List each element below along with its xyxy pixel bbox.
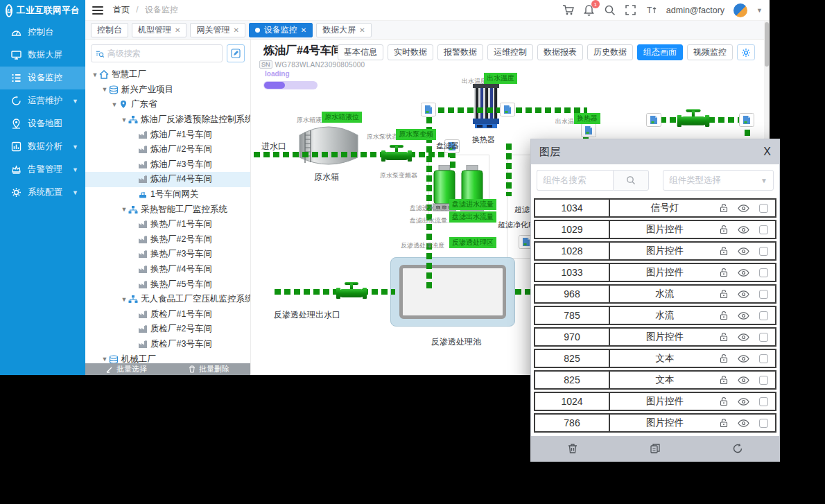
device-tab-组态画面[interactable]: 组态画面 [637, 44, 683, 60]
caret-icon[interactable]: ▼ [91, 71, 99, 78]
tree-item[interactable]: 换热厂#3号车间 [85, 247, 250, 262]
delete-icon[interactable] [566, 442, 579, 455]
sidebar-item-8[interactable]: 系统配置▼ [0, 181, 85, 204]
sidebar-item-2[interactable]: 数据大屏 [0, 44, 85, 67]
config-gear-button[interactable] [737, 44, 755, 60]
cart-icon[interactable] [562, 4, 574, 16]
refresh-icon[interactable] [731, 442, 744, 455]
lock-icon[interactable] [720, 354, 728, 363]
sidebar-item-7[interactable]: 告警管理▼ [0, 158, 85, 181]
tree-item[interactable]: 1号车间网关 [85, 187, 250, 202]
layer-checkbox[interactable] [759, 354, 768, 363]
tree-item[interactable]: ▼新兴产业项目 [85, 82, 250, 98]
tree-item[interactable]: 质检厂#1号车间 [85, 307, 250, 322]
tree-item[interactable]: 换热厂#4号车间 [85, 262, 250, 277]
tree-item[interactable]: 换热厂#5号车间 [85, 277, 250, 292]
layer-checkbox[interactable] [759, 376, 768, 385]
tree-search-input[interactable] [107, 49, 218, 58]
lock-icon[interactable] [720, 375, 728, 385]
layer-row[interactable]: 1034信号灯 [534, 198, 776, 218]
device-tab-历史数据[interactable]: 历史数据 [587, 44, 633, 60]
bell-icon[interactable]: 1 [583, 4, 595, 16]
tree-item[interactable]: 质检厂#2号车间 [85, 322, 250, 337]
layer-checkbox[interactable] [759, 419, 768, 428]
tab-2[interactable]: 机型管理✕ [132, 23, 186, 37]
caret-down-icon[interactable]: ▼ [756, 7, 763, 14]
eye-icon[interactable] [738, 355, 749, 363]
caret-icon[interactable]: ▼ [120, 116, 128, 123]
fullscreen-icon[interactable] [625, 4, 636, 16]
layer-row[interactable]: 825文本 [534, 349, 776, 368]
lock-icon[interactable] [720, 289, 728, 299]
eye-icon[interactable] [738, 419, 749, 427]
sidebar-item-1[interactable]: 控制台 [0, 21, 85, 44]
user-name[interactable]: admin@factory [666, 6, 724, 15]
tree-item[interactable]: 炼油厂#2号车间 [85, 142, 250, 157]
component-type-select[interactable]: 组件类型选择 ▼ [663, 170, 774, 191]
layer-row[interactable]: 785水流 [534, 306, 776, 325]
eye-icon[interactable] [738, 333, 749, 341]
lock-icon[interactable] [720, 268, 728, 277]
lock-icon[interactable] [720, 332, 728, 342]
layer-row[interactable]: 968水流 [534, 284, 776, 304]
caret-icon[interactable]: ▼ [120, 296, 128, 303]
layer-checkbox[interactable] [759, 290, 768, 299]
device-tab-报警数据[interactable]: 报警数据 [437, 44, 483, 60]
eye-icon[interactable] [738, 290, 749, 298]
layer-checkbox[interactable] [759, 204, 768, 213]
sidebar-item-4[interactable]: 运营维护▼ [0, 89, 85, 112]
layers-panel-header[interactable]: 图层 X [531, 139, 779, 164]
avatar[interactable] [733, 3, 747, 17]
lock-icon[interactable] [720, 311, 728, 320]
tree-item[interactable]: ▼无人食品工厂空压机监控系统 [85, 292, 250, 307]
eye-icon[interactable] [738, 312, 749, 320]
layer-checkbox[interactable] [759, 268, 768, 277]
eye-icon[interactable] [738, 398, 749, 406]
font-size-icon[interactable]: T [645, 4, 657, 16]
sidebar-item-6[interactable]: 数据分析▼ [0, 135, 85, 158]
tree-edit-button[interactable] [227, 44, 245, 62]
close-icon[interactable]: X [763, 146, 771, 158]
caret-icon[interactable]: ▼ [110, 101, 119, 108]
scrollbar-thumb[interactable] [765, 22, 769, 67]
caret-icon[interactable]: ▼ [101, 86, 109, 93]
tree-item[interactable]: ▼炼油厂反渗透预除盐控制系统 [85, 112, 250, 128]
tab-close-icon[interactable]: ✕ [359, 26, 365, 34]
tab-1[interactable]: 控制台 [91, 23, 128, 37]
breadcrumb-home[interactable]: 首页 [113, 5, 130, 15]
batch-select-button[interactable]: 批量选择 [85, 363, 168, 375]
caret-icon[interactable]: ▼ [120, 206, 128, 213]
lock-icon[interactable] [720, 225, 728, 234]
eye-icon[interactable] [738, 226, 749, 234]
batch-delete-button[interactable]: 批量删除 [168, 363, 250, 375]
tree-item[interactable]: 炼油厂#3号车间 [85, 157, 250, 173]
layer-checkbox[interactable] [759, 247, 768, 256]
tree-item[interactable]: 炼油厂#1号车间 [85, 127, 250, 142]
tree-item[interactable]: 换热厂#2号车间 [85, 232, 250, 247]
lock-icon[interactable] [720, 203, 728, 213]
lock-icon[interactable] [720, 418, 728, 428]
tab-4[interactable]: 设备监控✕ [249, 23, 313, 37]
menu-collapse-icon[interactable] [92, 6, 103, 15]
eye-icon[interactable] [738, 247, 749, 255]
copy-icon[interactable] [649, 442, 661, 455]
layer-row[interactable]: 1033图片控件 [534, 263, 776, 282]
device-tab-实时数据[interactable]: 实时数据 [388, 44, 433, 60]
layer-checkbox[interactable] [759, 225, 768, 234]
caret-icon[interactable]: ▼ [101, 356, 109, 363]
layer-row[interactable]: 970图片控件 [534, 327, 776, 347]
tab-close-icon[interactable]: ✕ [301, 26, 306, 34]
device-tab-运维控制[interactable]: 运维控制 [487, 44, 533, 60]
layer-checkbox[interactable] [759, 397, 768, 406]
sidebar-item-5[interactable]: 设备地图 [0, 112, 85, 135]
search-icon[interactable] [604, 4, 616, 16]
tree-item[interactable]: 换热厂#1号车间 [85, 217, 250, 232]
lock-icon[interactable] [720, 397, 728, 406]
eye-icon[interactable] [738, 269, 749, 277]
layer-checkbox[interactable] [759, 333, 768, 342]
device-tab-视频监控[interactable]: 视频监控 [687, 44, 733, 60]
tab-3[interactable]: 网关管理✕ [190, 23, 245, 37]
component-name-search-input[interactable] [537, 170, 613, 191]
component-search-button[interactable] [613, 170, 649, 191]
tree-item[interactable]: ▼广东省 [85, 97, 250, 112]
